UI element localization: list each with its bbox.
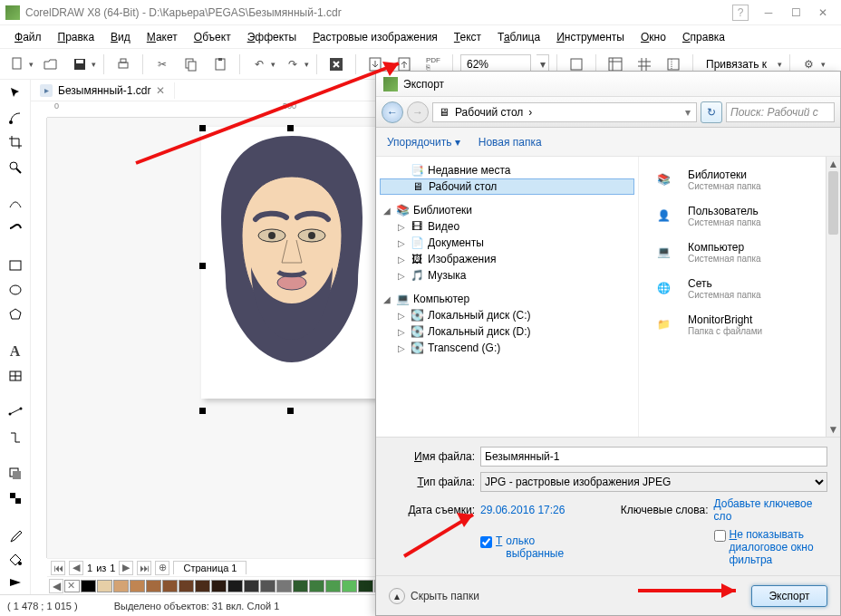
menu-object[interactable]: Объект [187, 28, 238, 46]
tree-disk-d[interactable]: ▷💽Локальный диск (D:) [380, 323, 634, 340]
tree-computer[interactable]: ◢💻Компьютер [380, 291, 634, 307]
location-item[interactable]: 👤ПользовательСистемная папка [644, 198, 835, 233]
save-button[interactable] [68, 53, 92, 76]
swatch[interactable] [342, 580, 357, 592]
nav-back-button[interactable]: ← [382, 101, 403, 123]
swatch[interactable] [293, 580, 308, 592]
location-list[interactable]: 📚БиблиотекиСистемная папка 👤Пользователь… [639, 157, 840, 437]
hint-icon[interactable]: ? [732, 5, 749, 21]
swatch-none[interactable] [64, 580, 80, 592]
keywords-value[interactable]: Добавьте ключевое сло [714, 497, 828, 523]
page-prev[interactable]: ◀ [69, 561, 83, 575]
refresh-button[interactable]: ↻ [701, 101, 722, 123]
page-last[interactable]: ⏭ [137, 561, 151, 575]
tree-disk-g[interactable]: ▷💽Transcend (G:) [380, 340, 634, 356]
page-tab[interactable]: Страница 1 [173, 561, 246, 574]
close-button[interactable]: ✕ [810, 4, 836, 22]
search-content-button[interactable] [324, 53, 348, 76]
fill-tool[interactable] [5, 550, 26, 569]
swatch[interactable] [179, 580, 194, 592]
tree-music[interactable]: ▷🎵Музыка [380, 267, 634, 284]
eyedropper-tool[interactable] [5, 525, 26, 544]
location-item[interactable]: 💻КомпьютерСистемная папка [644, 235, 835, 269]
table-tool[interactable] [5, 366, 26, 385]
open-button[interactable] [39, 53, 63, 76]
minimize-button[interactable]: ─ [756, 4, 781, 22]
swatch[interactable] [195, 580, 210, 592]
maximize-button[interactable]: ☐ [783, 4, 808, 22]
menu-bitmaps[interactable]: Растровые изображения [305, 28, 445, 46]
page-first[interactable]: ⏮ [51, 561, 65, 575]
dialog-title-bar[interactable]: Экспорт [376, 72, 840, 97]
artistic-media-tool[interactable] [5, 219, 26, 238]
menu-text[interactable]: Текст [447, 28, 488, 46]
transparency-tool[interactable] [5, 489, 26, 508]
export-button[interactable]: Экспорт [751, 585, 827, 607]
swatch[interactable] [146, 580, 161, 592]
tree-disk-c[interactable]: ▷💽Локальный диск (C:) [380, 307, 634, 323]
tree-desktop[interactable]: 🖥Рабочий стол [380, 178, 634, 195]
menu-help[interactable]: Справка [675, 28, 732, 46]
menu-file[interactable]: Файл [7, 28, 49, 46]
ruler-vertical[interactable] [31, 118, 47, 558]
tree-documents[interactable]: ▷📄Документы [380, 235, 634, 251]
tree-video[interactable]: ▷🎞Видео [380, 218, 634, 235]
page-add[interactable]: ⊕ [155, 561, 169, 575]
swatch[interactable] [260, 580, 276, 592]
shape-tool[interactable] [5, 108, 26, 127]
tree-libraries[interactable]: ◢📚Библиотеки [380, 202, 634, 218]
swatch[interactable] [97, 580, 112, 592]
folder-tree[interactable]: 📑Недавние места 🖥Рабочий стол ◢📚Библиоте… [376, 157, 639, 437]
paste-button[interactable] [208, 53, 232, 76]
undo-button[interactable]: ↶ [247, 53, 271, 76]
connector-tool[interactable] [5, 428, 26, 447]
tree-recent[interactable]: 📑Недавние места [380, 162, 634, 178]
location-bar[interactable]: 🖥 Рабочий стол › ▾ [432, 102, 697, 122]
artwork[interactable] [201, 127, 382, 417]
crop-tool[interactable] [5, 133, 26, 152]
swatch[interactable] [113, 580, 129, 592]
page-next[interactable]: ▶ [119, 561, 133, 575]
swatch[interactable] [211, 580, 227, 592]
rectangle-tool[interactable] [5, 255, 26, 274]
new-button[interactable] [5, 53, 29, 76]
swatch[interactable] [227, 580, 243, 592]
filetype-select[interactable]: JPG - растровые изображения JPEG [480, 472, 827, 492]
swatch[interactable] [130, 580, 145, 592]
swatch[interactable] [81, 580, 96, 592]
no-filter-dialog-checkbox[interactable]: Не показыватьдиалоговое окнофильтра [714, 528, 828, 566]
zoom-tool[interactable] [5, 158, 26, 177]
search-input[interactable]: Поиск: Рабочий с [726, 102, 835, 122]
only-selected-checkbox[interactable]: Только выбранные [480, 534, 594, 560]
date-value[interactable]: 29.06.2016 17:26 [480, 504, 594, 516]
swatch[interactable] [309, 580, 324, 592]
menu-edit[interactable]: Правка [51, 28, 102, 46]
doc-tab-close[interactable]: ✕ [156, 84, 165, 97]
location-item[interactable]: 📁MonitorBrightПапка с файлами [644, 307, 835, 342]
location-item[interactable]: 🌐СетьСистемная папка [644, 271, 835, 305]
swatch[interactable] [325, 580, 341, 592]
menu-window[interactable]: Окно [633, 28, 673, 46]
copy-button[interactable] [179, 53, 203, 76]
redo-button[interactable]: ↷ [281, 53, 304, 76]
menu-tools[interactable]: Инструменты [549, 28, 632, 46]
ellipse-tool[interactable] [5, 280, 26, 299]
swatch[interactable] [358, 580, 373, 592]
print-button[interactable] [111, 53, 135, 76]
text-tool[interactable]: A [5, 342, 26, 361]
tree-images[interactable]: ▷🖼Изображения [380, 251, 634, 267]
menu-layout[interactable]: Макет [140, 28, 185, 46]
outline-tool[interactable] [5, 575, 26, 594]
nav-forward-button[interactable]: → [407, 101, 429, 123]
filename-input[interactable] [480, 447, 827, 467]
hide-folders-button[interactable]: ▴ Скрыть папки [389, 588, 479, 604]
freehand-tool[interactable] [5, 194, 26, 213]
swatch[interactable] [244, 580, 259, 592]
dimension-tool[interactable] [5, 403, 26, 422]
pick-tool[interactable] [5, 83, 26, 102]
document-tab[interactable]: ▸ Безымянный-1.cdr ✕ [31, 82, 175, 99]
menu-table[interactable]: Таблица [490, 28, 547, 46]
polygon-tool[interactable] [5, 305, 26, 324]
new-folder-button[interactable]: Новая папка [478, 136, 542, 149]
swatch[interactable] [276, 580, 292, 592]
